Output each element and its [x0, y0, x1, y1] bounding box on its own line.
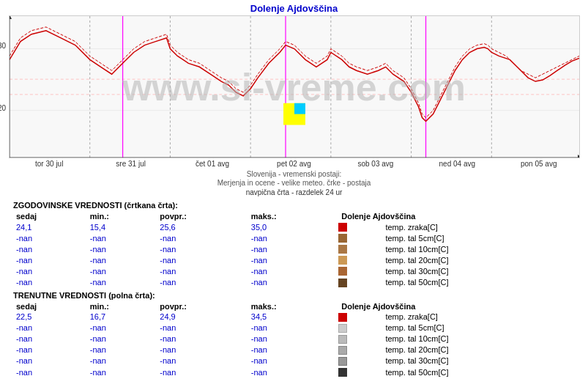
cr0-maks: 34,5: [248, 312, 335, 322]
cr5-maks: -nan: [248, 366, 335, 377]
hr5-povpr: -nan: [157, 276, 248, 287]
legend-line1: Slovenija - vremenski postaji:: [6, 170, 582, 178]
current-header: sedaj min.: povpr.: maks.: Dolenje Ajdov…: [13, 301, 575, 312]
c-dolenje-label: Dolenje Ajdovščina: [335, 301, 575, 312]
hr0-maks: 35,0: [248, 221, 335, 232]
cr1-povpr: -nan: [157, 322, 248, 333]
hr2-povpr: -nan: [157, 243, 248, 254]
current-row-5: -nan -nan -nan -nan temp. tal 50cm[C]: [13, 366, 575, 377]
hr3-maks: -nan: [248, 254, 335, 265]
hr4-label: temp. tal 30cm[C]: [382, 265, 575, 276]
cr2-color: [335, 333, 382, 344]
cr2-maks: -nan: [248, 333, 335, 344]
cr3-povpr: -nan: [157, 344, 248, 355]
historic-header: sedaj min.: povpr.: maks.: Dolenje Ajdov…: [13, 211, 575, 221]
hr1-label: temp. tal 5cm[C]: [382, 232, 575, 243]
x-label-3: pet 02 avg: [253, 160, 335, 168]
hr3-label: temp. tal 20cm[C]: [382, 254, 575, 265]
svg-rect-18: [294, 103, 305, 114]
hr5-maks: -nan: [248, 276, 335, 287]
hr5-color: [335, 276, 382, 287]
historic-table: sedaj min.: povpr.: maks.: Dolenje Ajdov…: [13, 211, 575, 288]
cr4-label: temp. tal 30cm[C]: [382, 355, 575, 366]
cr1-color: [335, 322, 382, 333]
hr4-povpr: -nan: [157, 265, 248, 276]
hr0-povpr: 25,6: [157, 221, 248, 232]
hr5-label: temp. tal 50cm[C]: [382, 276, 575, 287]
h-col-min: min.:: [87, 211, 157, 221]
cr3-maks: -nan: [248, 344, 335, 355]
current-row-2: -nan -nan -nan -nan temp. tal 10cm[C]: [13, 333, 575, 344]
hr1-sedaj: -nan: [13, 232, 87, 243]
svg-text:20: 20: [0, 104, 6, 112]
hr0-min: 15,4: [87, 221, 157, 232]
hr1-povpr: -nan: [157, 232, 248, 243]
historic-title: ZGODOVINSKE VREDNOSTI (črtkana črta):: [13, 201, 575, 210]
hr1-min: -nan: [87, 232, 157, 243]
x-label-4: sob 03 avg: [335, 160, 416, 168]
cr2-povpr: -nan: [157, 333, 248, 344]
hr4-maks: -nan: [248, 265, 335, 276]
x-axis-labels: tor 30 jul sre 31 jul čet 01 avg pet 02 …: [9, 158, 580, 169]
cr5-povpr: -nan: [157, 366, 248, 377]
hr0-color: [335, 221, 382, 232]
cr1-min: -nan: [87, 322, 157, 333]
current-title: TRENUTNE VREDNOSTI (polna črta):: [13, 291, 575, 300]
h-dolenje-label: Dolenje Ajdovščina: [335, 211, 575, 221]
cr0-color: [335, 312, 382, 322]
cr5-color: [335, 366, 382, 377]
cr1-sedaj: -nan: [13, 322, 87, 333]
cr2-label: temp. tal 10cm[C]: [382, 333, 575, 344]
hr3-povpr: -nan: [157, 254, 248, 265]
cr4-min: -nan: [87, 355, 157, 366]
hr3-sedaj: -nan: [13, 254, 87, 265]
x-label-1: sre 31 jul: [90, 160, 171, 168]
cr3-color: [335, 344, 382, 355]
hr1-maks: -nan: [248, 232, 335, 243]
hr2-min: -nan: [87, 243, 157, 254]
h-col-maks: maks.:: [248, 211, 335, 221]
chart-title: Dolenje Ajdovščina: [6, 3, 582, 14]
cr1-label: temp. tal 5cm[C]: [382, 322, 575, 333]
cr3-label: temp. tal 20cm[C]: [382, 344, 575, 355]
chart-area: www.si-vreme.com: [9, 15, 580, 158]
c-col-sedaj: sedaj: [13, 301, 87, 312]
cr2-min: -nan: [87, 333, 157, 344]
cr2-sedaj: -nan: [13, 333, 87, 344]
current-table: sedaj min.: povpr.: maks.: Dolenje Ajdov…: [13, 301, 575, 378]
cr0-min: 16,7: [87, 312, 157, 322]
cr4-povpr: -nan: [157, 355, 248, 366]
hr2-color: [335, 243, 382, 254]
c-col-povpr: povpr.:: [157, 301, 248, 312]
current-row-0: 22,5 16,7 24,9 34,5 temp. zraka[C]: [13, 312, 575, 322]
hr2-sedaj: -nan: [13, 243, 87, 254]
hr4-sedaj: -nan: [13, 265, 87, 276]
svg-text:30: 30: [0, 42, 6, 50]
x-label-2: čet 01 avg: [171, 160, 253, 168]
hr5-sedaj: -nan: [13, 276, 87, 287]
cr0-povpr: 24,9: [157, 312, 248, 322]
hr2-label: temp. tal 10cm[C]: [382, 243, 575, 254]
historic-row-4: -nan -nan -nan -nan temp. tal 30cm[C]: [13, 265, 575, 276]
hr3-min: -nan: [87, 254, 157, 265]
historic-section: ZGODOVINSKE VREDNOSTI (črtkana črta): se…: [13, 201, 575, 288]
h-col-sedaj: sedaj: [13, 211, 87, 221]
x-label-0: tor 30 jul: [9, 160, 90, 168]
cr4-sedaj: -nan: [13, 355, 87, 366]
cr0-sedaj: 22,5: [13, 312, 87, 322]
y-axis: 30 20 Eal: [0, 15, 9, 158]
historic-row-1: -nan -nan -nan -nan temp. tal 5cm[C]: [13, 232, 575, 243]
hr5-min: -nan: [87, 276, 157, 287]
cr1-maks: -nan: [248, 322, 335, 333]
historic-row-5: -nan -nan -nan -nan temp. tal 50cm[C]: [13, 276, 575, 287]
legend-line2: Merjenja in ocene - velike meteo. črke -…: [6, 179, 582, 187]
historic-row-2: -nan -nan -nan -nan temp. tal 10cm[C]: [13, 243, 575, 254]
c-col-min: min.:: [87, 301, 157, 312]
hr2-maks: -nan: [248, 243, 335, 254]
hr1-color: [335, 232, 382, 243]
historic-row-3: -nan -nan -nan -nan temp. tal 20cm[C]: [13, 254, 575, 265]
c-col-maks: maks.:: [248, 301, 335, 312]
cr3-min: -nan: [87, 344, 157, 355]
x-label-6: pon 05 avg: [498, 160, 579, 168]
historic-row-0: 24,1 15,4 25,6 35,0 temp. zraka[C]: [13, 221, 575, 232]
